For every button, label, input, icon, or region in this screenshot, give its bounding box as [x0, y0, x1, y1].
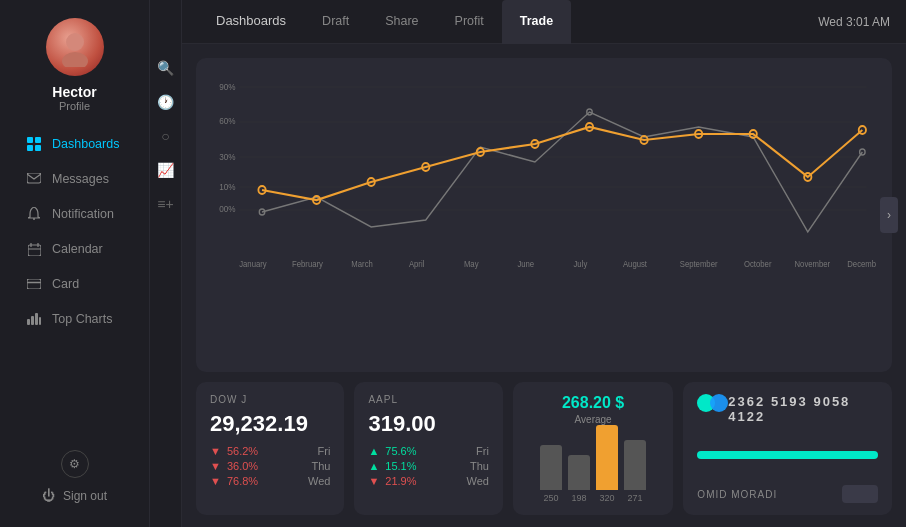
bar-250-rect: [540, 445, 562, 490]
user-name: Hector: [52, 84, 96, 100]
sidebar-item-messages[interactable]: Messages: [8, 162, 141, 196]
aapl-stat-2-arrow: ▼: [368, 475, 379, 487]
avg-amount: 268.20 $: [562, 394, 624, 412]
svg-rect-2: [27, 137, 33, 143]
cc-dot-2: [710, 394, 728, 412]
svg-rect-16: [35, 313, 38, 325]
bar-271-label: 271: [628, 493, 643, 503]
svg-text:June: June: [517, 260, 534, 269]
dow-title: DOW J: [210, 394, 330, 405]
avg-bars: 250 198 320 271: [540, 433, 646, 503]
dow-stat-1-pct: 36.0%: [227, 460, 258, 472]
main-content: Dashboards Draft Share Profit Trade Wed …: [182, 0, 906, 527]
aapl-stat-2-pct: 21.9%: [385, 475, 416, 487]
dow-stat-0: ▼ 56.2% Fri: [210, 445, 330, 457]
bar-271-rect: [624, 440, 646, 490]
cc-number: 2362 5193 9058 4122: [728, 394, 878, 424]
avg-card: 268.20 $ Average 250 198 320 271: [513, 382, 673, 515]
dow-stat-1-arrow: ▼: [210, 460, 221, 472]
svg-rect-3: [35, 137, 41, 143]
dow-stat-0-arrow: ▼: [210, 445, 221, 457]
aapl-stat-2: ▼ 21.9% Wed: [368, 475, 488, 487]
clock-icon[interactable]: 🕐: [157, 94, 174, 110]
sidebar-item-dashboards[interactable]: Dashboards: [8, 127, 141, 161]
tab-dashboards[interactable]: Dashboards: [198, 0, 304, 44]
svg-text:September: September: [680, 260, 718, 269]
header: Dashboards Draft Share Profit Trade Wed …: [182, 0, 906, 44]
dashboards-icon: [26, 136, 42, 152]
svg-text:November: November: [795, 260, 831, 269]
cards-row: DOW J 29,232.19 ▼ 56.2% Fri ▼ 36.0% Thu …: [182, 382, 906, 527]
svg-text:60%: 60%: [219, 116, 236, 126]
svg-text:January: January: [239, 260, 267, 269]
bar-198-rect: [568, 455, 590, 490]
chart-chevron-right[interactable]: ›: [880, 197, 898, 233]
aapl-value: 319.00: [368, 411, 488, 437]
credit-card: 2362 5193 9058 4122 OMID MORADI: [683, 382, 892, 515]
bar-320-rect: [596, 425, 618, 490]
calendar-label: Calendar: [52, 242, 103, 256]
avg-label: Average: [575, 414, 612, 425]
aapl-stat-0-pct: 75.6%: [385, 445, 416, 457]
dow-card: DOW J 29,232.19 ▼ 56.2% Fri ▼ 36.0% Thu …: [196, 382, 344, 515]
signout-button[interactable]: ⏻ Sign out: [24, 482, 125, 509]
list-icon[interactable]: ≡+: [157, 196, 173, 212]
bar-271: 271: [624, 440, 646, 503]
tab-share[interactable]: Share: [367, 0, 436, 44]
aapl-card: AAPL 319.00 ▲ 75.6% Fri ▲ 15.1% Thu ▼ 21…: [354, 382, 502, 515]
svg-text:August: August: [623, 260, 648, 269]
cc-footer: OMID MORADI: [697, 485, 878, 503]
calendar-icon: [26, 241, 42, 257]
dow-stat-0-pct: 56.2%: [227, 445, 258, 457]
top-charts-label: Top Charts: [52, 312, 112, 326]
aapl-stat-2-day: Wed: [466, 475, 488, 487]
aapl-stat-1-day: Thu: [470, 460, 489, 472]
dow-stat-2: ▼ 76.8% Wed: [210, 475, 330, 487]
circle-icon[interactable]: ○: [161, 128, 169, 144]
search-icon[interactable]: 🔍: [157, 60, 174, 76]
avatar: [46, 18, 104, 76]
dow-stat-2-day: Wed: [308, 475, 330, 487]
dow-stats: ▼ 56.2% Fri ▼ 36.0% Thu ▼ 76.8% Wed: [210, 445, 330, 487]
chart-line-icon[interactable]: 📈: [157, 162, 174, 178]
aapl-stat-1: ▲ 15.1% Thu: [368, 460, 488, 472]
sidebar-item-card[interactable]: Card: [8, 267, 141, 301]
sidebar-item-top-charts[interactable]: Top Charts: [8, 302, 141, 336]
svg-rect-5: [35, 145, 41, 151]
dow-stat-2-arrow: ▼: [210, 475, 221, 487]
settings-icon[interactable]: ⚙: [61, 450, 89, 478]
messages-label: Messages: [52, 172, 109, 186]
svg-point-0: [66, 33, 84, 51]
bar-250: 250: [540, 445, 562, 503]
sidebar-item-notification[interactable]: Notification: [8, 197, 141, 231]
svg-rect-12: [27, 279, 41, 289]
bar-198-label: 198: [572, 493, 587, 503]
dow-stat-2-pct: 76.8%: [227, 475, 258, 487]
svg-rect-15: [31, 316, 34, 325]
main-chart: 90% 60% 30% 10% 00%: [212, 72, 876, 272]
tab-trade[interactable]: Trade: [502, 0, 571, 44]
cc-action-button[interactable]: [842, 485, 878, 503]
cc-progress-bar: [697, 451, 878, 459]
sidebar-item-calendar[interactable]: Calendar: [8, 232, 141, 266]
dow-value: 29,232.19: [210, 411, 330, 437]
cc-top: 2362 5193 9058 4122: [697, 394, 878, 424]
dow-stat-0-day: Fri: [318, 445, 331, 457]
svg-text:00%: 00%: [219, 204, 236, 214]
svg-text:March: March: [351, 260, 372, 269]
tab-profit[interactable]: Profit: [437, 0, 502, 44]
cc-dots: [697, 394, 728, 412]
svg-rect-6: [27, 173, 41, 183]
svg-text:April: April: [409, 260, 425, 269]
tab-draft[interactable]: Draft: [304, 0, 367, 44]
bar-320: 320: [596, 425, 618, 503]
svg-text:10%: 10%: [219, 182, 236, 192]
svg-text:30%: 30%: [219, 152, 236, 162]
nav-items: Dashboards Messages Notification Calenda…: [0, 126, 149, 450]
svg-rect-4: [27, 145, 33, 151]
aapl-stat-0-arrow: ▲: [368, 445, 379, 457]
bar-198: 198: [568, 455, 590, 503]
svg-text:February: February: [292, 260, 324, 269]
card-label: Card: [52, 277, 79, 291]
notification-icon: [26, 206, 42, 222]
